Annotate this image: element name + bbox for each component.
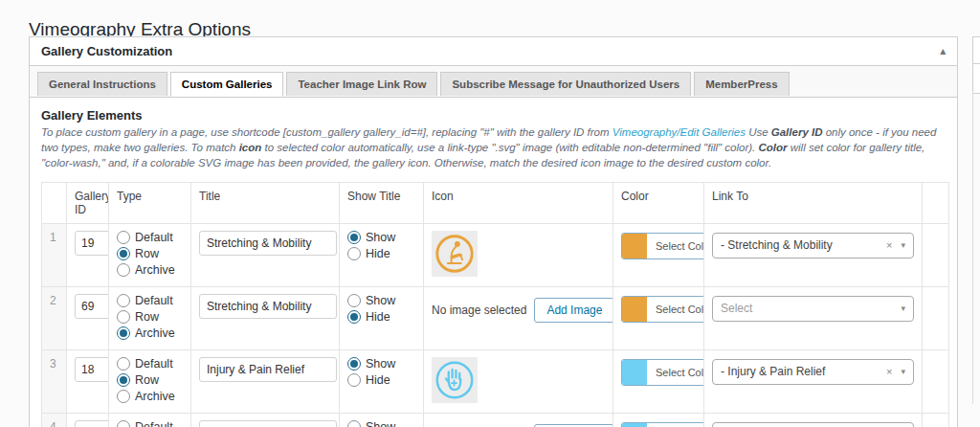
radio-label: Hide [366, 373, 390, 387]
row-number: 3 [42, 349, 67, 413]
tab-bar: General InstructionsCustom GalleriesTeac… [30, 66, 957, 98]
link-to-select[interactable]: Select×▾ [712, 296, 914, 322]
tab-teacher-image-link-row[interactable]: Teacher Image Link Row [286, 72, 437, 96]
tab-memberpress[interactable]: MemberPress [694, 72, 789, 96]
type-row-radio[interactable]: Row [117, 310, 183, 324]
color-swatch [622, 423, 647, 427]
radio-icon [117, 294, 130, 307]
table-row: 4 Default Row Archive Show Hide No image… [42, 413, 949, 427]
radio-icon [117, 357, 130, 371]
collapse-arrow-icon[interactable]: ▴ [940, 37, 946, 65]
row-number: 2 [42, 286, 67, 349]
instructions-part: Gallery ID [771, 126, 823, 138]
type-archive-radio[interactable]: Archive [117, 390, 183, 403]
column-header-link-to: Link To [704, 182, 923, 223]
radio-icon [117, 231, 130, 244]
select-color-button[interactable]: Select Color [621, 296, 704, 323]
column-header-title: Title [191, 182, 340, 223]
table-row: 3 Default Row Archive Show Hide [42, 349, 949, 413]
show-title-show-radio[interactable]: Show [347, 294, 415, 307]
color-swatch [622, 234, 647, 258]
link-to-select[interactable]: Select×▾ [712, 422, 914, 427]
gallery-id-input[interactable] [75, 231, 109, 256]
tab-general-instructions[interactable]: General Instructions [37, 72, 167, 96]
link-to-value: Select [721, 302, 901, 315]
select-color-button[interactable]: Select Color [621, 233, 704, 259]
radio-label: Row [135, 247, 159, 260]
radio-label: Default [135, 294, 173, 307]
gallery-icon-thumbnail[interactable] [432, 357, 478, 403]
title-input[interactable] [199, 294, 337, 319]
radio-icon [347, 310, 361, 324]
link-to-select[interactable]: - Injury & Pain Relief×▾ [712, 359, 914, 385]
title-input[interactable] [199, 420, 337, 427]
show-title-show-radio[interactable]: Show [347, 231, 415, 244]
show-title-hide-radio[interactable]: Hide [347, 310, 415, 324]
type-default-radio[interactable]: Default [117, 231, 183, 244]
clear-selection-icon[interactable]: × [886, 239, 892, 251]
divider [972, 92, 973, 404]
gallery-icon-thumbnail[interactable] [432, 231, 478, 277]
instructions-part: To place custom gallery in a page, use s… [41, 126, 612, 138]
radio-icon [347, 231, 361, 244]
gallery-id-input[interactable] [75, 420, 109, 427]
column-header [42, 182, 67, 223]
tab-subscribe-message[interactable]: Subscribe Message for Unauthorized Users [440, 72, 691, 96]
radio-label: Hide [366, 247, 390, 260]
type-default-radio[interactable]: Default [117, 357, 183, 371]
stretching-person-icon [433, 232, 477, 276]
gallery-id-input[interactable] [75, 294, 109, 319]
type-default-radio[interactable]: Default [117, 294, 183, 307]
column-header-type: Type [109, 182, 191, 223]
table-header-row: Gallery ID Type Title Show Title Icon Co… [42, 182, 949, 223]
radio-label: Archive [135, 326, 175, 340]
type-row-radio[interactable]: Row [117, 373, 183, 387]
radio-label: Archive [135, 263, 175, 277]
radio-icon [347, 357, 361, 371]
radio-label: Show [366, 231, 395, 244]
type-row-radio[interactable]: Row [117, 247, 183, 260]
type-archive-radio[interactable]: Archive [117, 326, 183, 340]
radio-icon [117, 390, 130, 403]
row-number: 1 [42, 223, 67, 286]
type-archive-radio[interactable]: Archive [117, 263, 183, 277]
instructions-part: icon [239, 142, 262, 153]
radio-label: Default [135, 231, 173, 244]
column-header-color: Color [613, 182, 704, 223]
radio-icon [347, 373, 361, 387]
gallery-customization-panel: Gallery Customization ▴ General Instruct… [29, 36, 958, 427]
chevron-down-icon: ▾ [901, 303, 905, 313]
type-default-radio[interactable]: Default [117, 420, 183, 427]
column-header [923, 182, 949, 223]
no-image-text: No image selected [432, 303, 526, 317]
row-number: 4 [42, 413, 67, 427]
show-title-hide-radio[interactable]: Hide [347, 247, 415, 260]
title-input[interactable] [199, 231, 337, 256]
radio-icon [117, 247, 130, 260]
select-color-button[interactable]: Select Color [621, 422, 704, 427]
panel-header: Gallery Customization ▴ [30, 37, 957, 66]
tab-custom-galleries[interactable]: Custom Galleries [170, 72, 284, 97]
select-color-button[interactable]: Select Color [621, 359, 704, 386]
divider [973, 63, 980, 64]
add-image-button[interactable]: Add Image [534, 424, 612, 427]
link-to-select[interactable]: - Stretching & Mobility×▾ [712, 233, 914, 258]
add-image-button[interactable]: Add Image [534, 298, 612, 323]
show-title-hide-radio[interactable]: Hide [347, 373, 415, 387]
clear-selection-icon[interactable]: × [886, 366, 892, 377]
radio-label: Row [135, 373, 159, 387]
section-title: Gallery Elements [41, 108, 946, 123]
show-title-show-radio[interactable]: Show [347, 357, 415, 371]
adjacent-panel-edge [972, 36, 980, 94]
instructions-part: to selected color automatically, use a l… [261, 142, 758, 153]
panel-title: Gallery Customization [41, 37, 172, 65]
radio-icon [347, 247, 361, 260]
radio-label: Row [135, 310, 159, 324]
radio-label: Default [135, 420, 173, 427]
radio-label: Default [135, 357, 173, 371]
show-title-show-radio[interactable]: Show [347, 420, 415, 427]
title-input[interactable] [199, 357, 337, 382]
edit-galleries-link[interactable]: Vimeography/Edit Galleries [612, 126, 746, 138]
gallery-id-input[interactable] [75, 357, 109, 382]
instructions-text: To place custom gallery in a page, use s… [41, 125, 946, 171]
